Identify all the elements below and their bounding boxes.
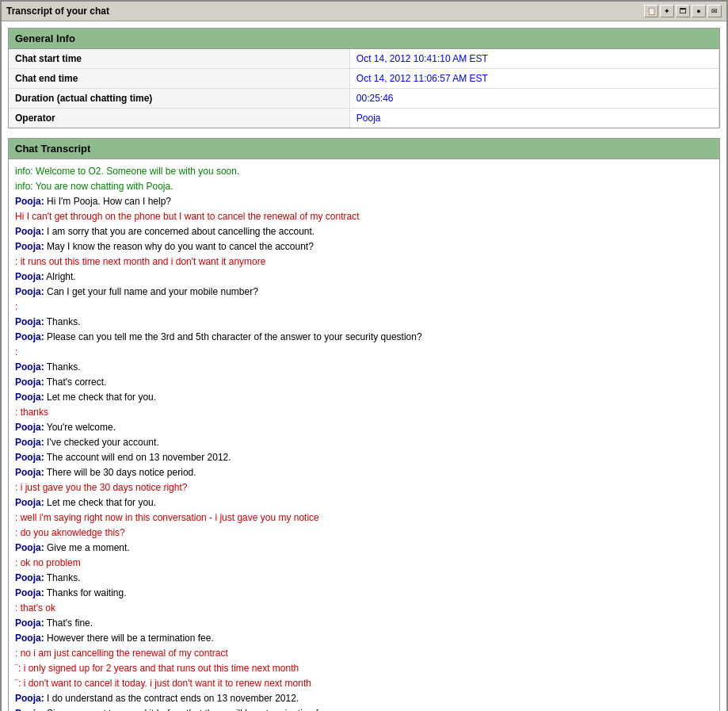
chat-prefix-operator: Pooja: xyxy=(15,572,44,583)
chat-text-operator: That's correct. xyxy=(44,377,107,388)
chat-text-info: You are now chatting with Pooja. xyxy=(33,181,173,192)
chat-text-operator: Thanks for waiting. xyxy=(44,587,127,598)
info-row: Chat end timeOct 14, 2012 11:06:57 AM ES… xyxy=(9,69,719,89)
chat-prefix-operator: Pooja: xyxy=(15,452,44,463)
chat-line: : that's ok xyxy=(15,601,713,615)
btn-3[interactable]: 🗔 xyxy=(676,5,690,17)
chat-prefix-operator: Pooja: xyxy=(15,437,44,448)
info-label: Chat start time xyxy=(9,49,349,69)
chat-text-user: : xyxy=(15,301,17,312)
chat-prefix-operator: Pooja: xyxy=(15,286,44,297)
chat-text-user: : that's ok xyxy=(15,602,55,614)
chat-text-operator: I am sorry that you are concerned about … xyxy=(44,226,315,237)
chat-transcript-section: Chat Transcript info: Welcome to O2. Som… xyxy=(8,138,720,711)
chat-line: Pooja: You're welcome. xyxy=(15,420,713,434)
chat-prefix-operator: Pooja: xyxy=(15,617,44,629)
chat-text-operator: Give me a moment. xyxy=(44,542,130,553)
chat-prefix-operator: Pooja: xyxy=(15,422,44,433)
chat-line: Pooja: I've checked your account. xyxy=(15,435,713,449)
info-row: Chat start timeOct 14, 2012 10:41:10 AM … xyxy=(9,49,719,69)
chat-line: Pooja: However there will be a terminati… xyxy=(15,631,713,645)
chat-transcript-header: Chat Transcript xyxy=(9,139,719,159)
chat-text-user: : thanks xyxy=(15,407,48,418)
chat-line: Pooja: That's fine. xyxy=(15,616,713,630)
chat-prefix-operator: Pooja: xyxy=(15,196,44,207)
chat-prefix-operator: Pooja: xyxy=(15,497,44,508)
chat-prefix-operator: Pooja: xyxy=(15,392,44,403)
chat-prefix-operator: Pooja: xyxy=(15,693,44,704)
chat-line: ¨: i only signed up for 2 years and that… xyxy=(15,661,713,675)
chat-line: Pooja: The account will end on 13 novemb… xyxy=(15,450,713,464)
chat-text-operator: The account will end on 13 november 2012… xyxy=(44,452,231,463)
chat-prefix-operator: Pooja: xyxy=(15,467,44,478)
chat-line: Pooja: I do understand as the contract e… xyxy=(15,691,713,705)
info-label: Duration (actual chatting time) xyxy=(9,89,349,109)
chat-text-operator: You're welcome. xyxy=(44,422,116,433)
chat-prefix-info: info: xyxy=(15,166,33,177)
chat-prefix-operator: Pooja: xyxy=(15,241,44,252)
chat-text-operator: Please can you tell me the 3rd and 5th c… xyxy=(44,331,422,342)
chat-text-operator: Can I get your full name and your mobile… xyxy=(44,286,258,297)
window-title: Transcript of your chat xyxy=(6,6,109,17)
chat-text-user: : xyxy=(15,346,17,357)
chat-line: Pooja: That's correct. xyxy=(15,375,713,389)
chat-text-operator: I do understand as the contract ends on … xyxy=(44,693,299,704)
info-value: Pooja xyxy=(349,109,718,128)
chat-line: : ok no problem xyxy=(15,556,713,570)
chat-line: info: Welcome to O2. Someone will be wit… xyxy=(15,164,713,178)
chat-line: Pooja: Thanks. xyxy=(15,571,713,585)
chat-text-operator: There will be 30 days notice period. xyxy=(44,467,196,478)
chat-text-operator: Thanks. xyxy=(44,316,81,327)
chat-line: Pooja: There will be 30 days notice peri… xyxy=(15,465,713,480)
chat-line: Pooja: Sice you want to cancel it before… xyxy=(15,706,713,711)
chat-text-operator: Let me check that for you. xyxy=(44,392,156,403)
main-window: Transcript of your chat 📋 ✦ 🗔 ● ✉ Genera… xyxy=(0,0,728,711)
chat-prefix-info: info: xyxy=(15,181,33,192)
info-row: OperatorPooja xyxy=(9,109,719,128)
chat-text-user: : do you aknowledge this? xyxy=(15,527,125,538)
chat-prefix-operator: Pooja: xyxy=(15,331,44,342)
title-bar-buttons: 📋 ✦ 🗔 ● ✉ xyxy=(644,5,722,17)
chat-line: : xyxy=(15,345,713,359)
chat-line: Pooja: Let me check that for you. xyxy=(15,390,713,404)
chat-text-operator: Sice you want to cancel it before that t… xyxy=(44,708,332,711)
chat-line: ¨: i don't want to cancel it today. i ju… xyxy=(15,676,713,690)
chat-text-info: Welcome to O2. Someone will be with you … xyxy=(33,166,240,177)
chat-line: Pooja: I am sorry that you are concerned… xyxy=(15,224,713,239)
chat-line: Pooja: Thanks. xyxy=(15,360,713,374)
chat-line: : no i am just cancelling the renewal of… xyxy=(15,646,713,660)
chat-line: Pooja: Hi I'm Pooja. How can I help? xyxy=(15,194,713,208)
chat-text-operator: Let me check that for you. xyxy=(44,497,156,508)
chat-prefix-operator: Pooja: xyxy=(15,226,44,237)
chat-text-user: Hi I can't get through on the phone but … xyxy=(15,211,360,222)
info-value: Oct 14, 2012 10:41:10 AM EST xyxy=(349,49,718,69)
chat-text-operator: I've checked your account. xyxy=(44,437,159,448)
chat-text-operator: Alright. xyxy=(44,271,76,282)
btn-1[interactable]: 📋 xyxy=(644,5,658,17)
chat-line: Pooja: May I know the reason why do you … xyxy=(15,239,713,254)
chat-line: Pooja: Thanks for waiting. xyxy=(15,586,713,600)
btn-5[interactable]: ✉ xyxy=(707,5,722,17)
chat-text-operator: That's fine. xyxy=(44,617,93,629)
chat-line: : well i'm saying right now in this conv… xyxy=(15,510,713,525)
chat-text-operator: Thanks. xyxy=(44,572,81,583)
chat-text-operator: May I know the reason why do you want to… xyxy=(44,241,314,252)
chat-text-user: : well i'm saying right now in this conv… xyxy=(15,512,319,523)
chat-text-operator: Thanks. xyxy=(44,361,81,373)
chat-lines: info: Welcome to O2. Someone will be wit… xyxy=(9,159,719,711)
chat-prefix-operator: Pooja: xyxy=(15,708,44,711)
general-info-section: General Info Chat start timeOct 14, 2012… xyxy=(8,28,720,128)
btn-2[interactable]: ✦ xyxy=(660,5,674,17)
chat-text-operator: Hi I'm Pooja. How can I help? xyxy=(44,196,171,207)
chat-prefix-operator: Pooja: xyxy=(15,316,44,327)
chat-prefix-operator: Pooja: xyxy=(15,633,44,644)
chat-line: Hi I can't get through on the phone but … xyxy=(15,209,713,224)
info-label: Operator xyxy=(9,109,349,128)
chat-text-user: : i just gave you the 30 days notice rig… xyxy=(15,482,187,493)
chat-line: Pooja: Give me a moment. xyxy=(15,541,713,555)
chat-prefix-operator: Pooja: xyxy=(15,587,44,598)
chat-text-user: ¨: i don't want to cancel it today. i ju… xyxy=(15,678,311,689)
btn-4[interactable]: ● xyxy=(692,5,706,17)
chat-prefix-operator: Pooja: xyxy=(15,542,44,553)
chat-line: : it runs out this time next month and i… xyxy=(15,254,713,269)
